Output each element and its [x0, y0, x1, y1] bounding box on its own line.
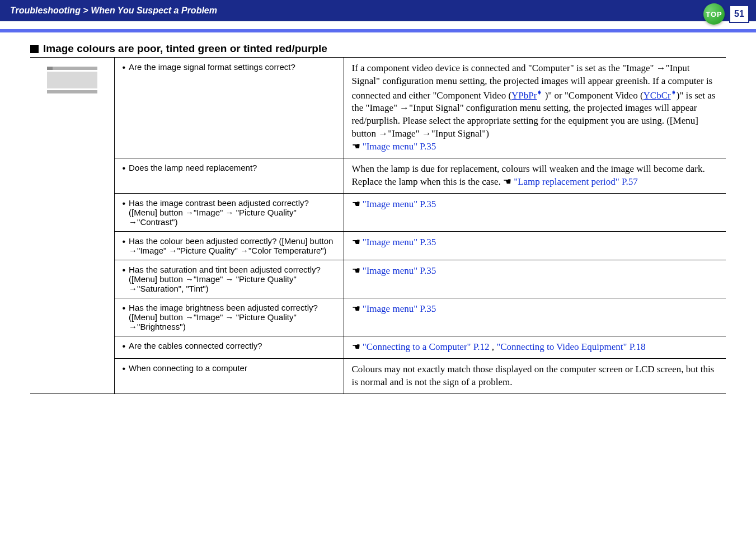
hand-icon: ☛ [352, 140, 360, 153]
table-row: Has the saturation and tint been adjuste… [30, 260, 726, 298]
hand-icon: ☛ [352, 198, 360, 211]
answer-cell: ☛ "Image menu" P.35 [344, 260, 726, 298]
connect-video-link[interactable]: "Connecting to Video Equipment" P.18 [496, 341, 645, 352]
glossary-icon[interactable]: ➧ [671, 88, 677, 96]
symptom-icon-cell [30, 58, 114, 394]
hand-icon: ☛ [352, 341, 360, 354]
answer-cell: If a component video device is connected… [344, 58, 726, 158]
table-row: Has the image contrast been adjusted cor… [30, 194, 726, 232]
glossary-icon[interactable]: ➧ [537, 88, 542, 96]
answer-cell: When the lamp is due for replacement, co… [344, 158, 726, 194]
question-cell: When connecting to a computer [114, 359, 344, 394]
image-menu-link[interactable]: "Image menu" P.35 [363, 303, 436, 314]
table-row: Are the cables connected correctly? ☛ "C… [30, 336, 726, 359]
answer-cell: ☛ "Image menu" P.35 [344, 232, 726, 260]
question-cell: Has the colour been adjusted correctly? … [114, 232, 344, 260]
ycbcr-link[interactable]: YCbCr [644, 90, 671, 101]
lamp-replace-link[interactable]: "Lamp replacement period" P.57 [514, 176, 638, 187]
table-row: When connecting to a computer Colours ma… [30, 359, 726, 394]
image-menu-link[interactable]: "Image menu" P.35 [363, 199, 436, 209]
image-menu-link[interactable]: "Image menu" P.35 [363, 265, 436, 276]
question-cell: Are the cables connected correctly? [114, 336, 344, 359]
hand-icon: ☛ [352, 303, 360, 316]
page-number: 51 [729, 5, 749, 23]
question-cell: Are the image signal format settings cor… [114, 58, 344, 158]
hand-icon: ☛ [503, 176, 511, 189]
question-cell: Does the lamp need replacement? [114, 158, 344, 194]
question-cell: Has the image brightness been adjusted c… [114, 298, 344, 336]
table-row: Does the lamp need replacement? When the… [30, 158, 726, 194]
answer-cell: ☛ "Image menu" P.35 [344, 194, 726, 232]
table-row: Has the image brightness been adjusted c… [30, 298, 726, 336]
table-row: Has the colour been adjusted correctly? … [30, 232, 726, 260]
answer-cell: ☛ "Image menu" P.35 [344, 298, 726, 336]
answer-cell: ☛ "Connecting to a Computer" P.12 , "Con… [344, 336, 726, 359]
hand-icon: ☛ [352, 265, 360, 278]
question-cell: Has the image contrast been adjusted cor… [114, 194, 344, 232]
connect-computer-link[interactable]: "Connecting to a Computer" P.12 [363, 341, 490, 352]
image-menu-link[interactable]: "Image menu" P.35 [363, 141, 436, 152]
page-header: Troubleshooting > When You Suspect a Pro… [0, 0, 756, 21]
hand-icon: ☛ [352, 236, 360, 249]
window-icon [47, 67, 97, 93]
question-cell: Has the saturation and tint been adjuste… [114, 260, 344, 298]
table-row: Are the image signal format settings cor… [30, 58, 726, 158]
breadcrumb: Troubleshooting > When You Suspect a Pro… [10, 6, 217, 15]
section-heading: Image colours are poor, tinted green or … [30, 43, 726, 55]
top-button[interactable]: TOP [703, 3, 725, 25]
answer-cell: Colours may not exactly match those disp… [344, 359, 726, 394]
image-menu-link[interactable]: "Image menu" P.35 [363, 237, 436, 247]
troubleshoot-table: Are the image signal format settings cor… [30, 57, 726, 394]
ypbpr-link[interactable]: YPbPr [511, 90, 537, 101]
square-bullet-icon [30, 45, 39, 53]
